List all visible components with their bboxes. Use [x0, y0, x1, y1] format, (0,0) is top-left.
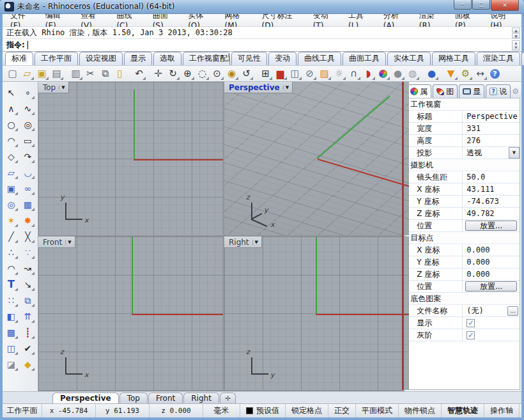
scroll-down-icon[interactable]: ▼	[512, 33, 520, 38]
tab-layers[interactable]: 图	[433, 84, 458, 98]
rebuild-curve-icon[interactable]: ↝	[20, 261, 35, 276]
zoom-window-icon[interactable]: ◌	[195, 66, 210, 81]
box-icon[interactable]: ▣	[3, 181, 19, 196]
mirror-icon[interactable]: ◫	[3, 341, 19, 355]
wallpaper-file-value[interactable]: (无)	[463, 305, 507, 316]
status-toggle[interactable]: 操作轴	[484, 404, 520, 417]
viewport-tab[interactable]: Perspective	[52, 393, 119, 403]
viewport-perspective-title[interactable]: Perspective ▼	[224, 82, 293, 93]
status-toggle[interactable]: 锁定格点	[286, 404, 328, 417]
explode-icon[interactable]: ✶	[3, 213, 19, 228]
status-toggle[interactable]: 物件锁点	[399, 404, 442, 417]
fillet-icon[interactable]: ◠	[3, 261, 19, 276]
array-icon[interactable]: ▩	[3, 325, 19, 339]
status-toggle[interactable]: 平面模式	[356, 404, 399, 417]
pan-icon[interactable]: ✛	[151, 66, 166, 81]
target-place-button[interactable]: 放置...	[465, 281, 517, 292]
torus-icon[interactable]: ◎	[3, 197, 19, 212]
browse-button[interactable]: ...	[507, 306, 518, 316]
sphere-icon[interactable]: ∞	[20, 181, 35, 196]
viewport-front[interactable]: Front ▼ z x	[38, 237, 223, 390]
status-cell[interactable]: 毫米	[203, 404, 240, 417]
chevron-down-icon[interactable]: ▼	[65, 240, 73, 245]
text-icon[interactable]: T	[3, 277, 19, 292]
boolean-diff-icon[interactable]: ◆	[20, 357, 35, 371]
camera-place-button[interactable]: 放置...	[465, 221, 517, 231]
status-cell[interactable]: z 0.000	[150, 404, 203, 417]
status-cell[interactable]: x -45.784	[42, 404, 96, 417]
camera-z-value[interactable]: 49.782	[463, 208, 520, 219]
camera-y-value[interactable]: -74.673	[463, 196, 520, 207]
viewport-top-title[interactable]: Top ▼	[38, 82, 69, 93]
viewport-front-title[interactable]: Front ▼	[38, 237, 75, 248]
cplane-icon[interactable]: ◫	[288, 66, 302, 81]
viewport-splitter[interactable]	[402, 82, 404, 390]
copy-icon[interactable]: ⧉	[98, 66, 112, 81]
arc-icon[interactable]: ◠	[3, 133, 19, 148]
viewport-top[interactable]: Top ▼ y x	[38, 82, 223, 235]
command-prompt[interactable]: 指令: ▲ ▼	[3, 39, 521, 52]
tab-display[interactable]: 显	[459, 84, 484, 98]
viewport-width-value[interactable]: 331	[463, 123, 520, 134]
viewport-tab[interactable]: Top	[119, 393, 148, 403]
undo-icon[interactable]: ↶	[132, 66, 146, 81]
boolean-union-icon[interactable]: ◪	[3, 357, 19, 371]
viewport-right-title[interactable]: Right ▼	[224, 237, 262, 248]
viewport-perspective[interactable]: Perspective ▼ z y x	[224, 82, 409, 235]
rectangle-icon[interactable]: ▭	[20, 133, 35, 148]
minimize-button[interactable]: ─	[454, 0, 472, 10]
lock-icon[interactable]: ∩	[346, 66, 361, 81]
viewport-right[interactable]: Right ▼ z y	[224, 237, 409, 390]
select-icon[interactable]: ↖	[3, 85, 19, 100]
projection-dropdown[interactable]: ▼	[509, 147, 520, 159]
extrude-icon[interactable]: ⇈	[20, 309, 35, 323]
chevron-down-icon[interactable]: ▼	[59, 85, 66, 90]
offset-icon[interactable]: ⧉	[20, 293, 35, 307]
polyline-icon[interactable]: ∧	[3, 101, 19, 116]
dimension-icon[interactable]: ↔	[473, 66, 488, 81]
export-icon[interactable]: ▥	[68, 66, 83, 81]
close-button[interactable]: ×	[491, 0, 519, 11]
spotlight-icon[interactable]: ▼	[443, 66, 458, 81]
toolbar-tab[interactable]: 渲染工具	[477, 52, 520, 65]
focal-value[interactable]: 50.0	[463, 171, 520, 183]
toolbar-tab[interactable]: 显示	[124, 52, 152, 65]
render-icon[interactable]: ●	[424, 66, 439, 81]
ghosted-sphere-icon[interactable]: ◍	[405, 66, 420, 81]
maximize-button[interactable]: ▢	[472, 0, 490, 10]
car-icon[interactable]: ▆	[273, 66, 288, 81]
circle-icon[interactable]: ○	[3, 117, 19, 132]
paste-icon[interactable]: ▯	[112, 66, 127, 81]
block-icon[interactable]: ∷	[3, 293, 19, 307]
ellipse-icon[interactable]: ◎	[20, 117, 35, 132]
status-cell[interactable]: y 61.193	[96, 404, 150, 417]
status-cell[interactable]: 工作平面	[3, 404, 42, 417]
viewport-tab[interactable]: Front	[148, 393, 183, 403]
panel-gear-icon[interactable]: ⚙	[512, 87, 520, 98]
zoom-dynamic-icon[interactable]: ⊕	[180, 66, 195, 81]
group-icon[interactable]: ∴	[3, 245, 19, 260]
toolbar-tab[interactable]: 出图	[521, 52, 524, 65]
surface-icon[interactable]: ▱	[3, 165, 19, 180]
layer-shapes-icon[interactable]: ▨	[317, 66, 332, 81]
viewport-tab[interactable]: ✛	[220, 393, 236, 403]
array-curve-icon[interactable]: ┋	[20, 325, 35, 339]
zoom-selected-icon[interactable]: ◉	[224, 66, 239, 81]
tab-help[interactable]: ? 说	[486, 84, 511, 98]
toolbar-tab[interactable]: 设定视图	[79, 52, 123, 65]
print-icon[interactable]: ▤	[49, 66, 64, 81]
cut-icon[interactable]: ✂	[83, 66, 98, 81]
status-toggle[interactable]: 智慧轨迹	[442, 404, 484, 417]
options-icon[interactable]: ⚙	[458, 66, 473, 81]
viewport-layout-icon[interactable]: ⊞	[258, 66, 273, 81]
toolbar-tab[interactable]: 网格工具	[432, 52, 475, 65]
toolbar-tab[interactable]: 实体工具	[387, 52, 431, 65]
trim-icon[interactable]: ╱	[3, 229, 19, 244]
point-icon[interactable]: ∘	[20, 85, 35, 100]
toolbar-tab[interactable]: 工作视窗配置	[183, 52, 230, 65]
command-spinner[interactable]: ▲ ▼	[512, 40, 520, 51]
rotate-view-icon[interactable]: ↻	[166, 66, 180, 81]
mesh-icon[interactable]: ▦	[20, 197, 35, 212]
new-file-icon[interactable]: ▢	[5, 66, 20, 81]
status-cell[interactable]: 预设值	[240, 404, 286, 417]
